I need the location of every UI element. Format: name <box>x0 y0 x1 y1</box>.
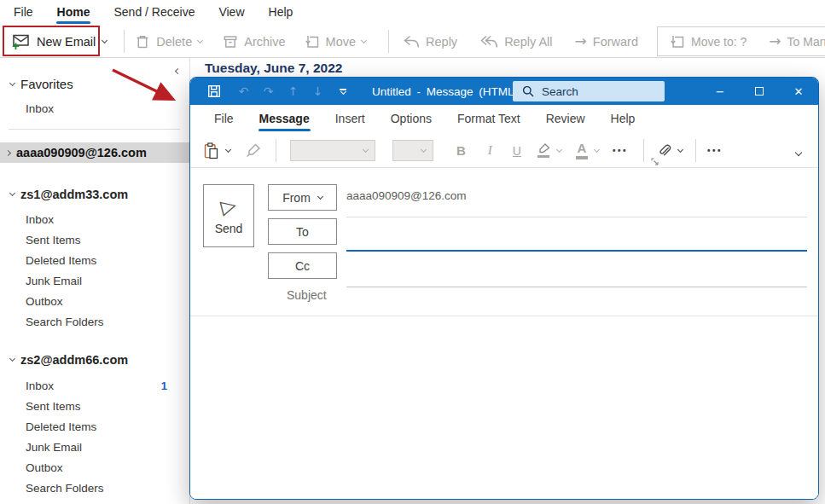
subject-label: Subject <box>287 288 327 309</box>
folder-item-deleted-items[interactable]: Deleted Items <box>26 420 167 432</box>
ribbon: New Email Delete Archive <box>0 26 825 58</box>
message-body-editor[interactable] <box>190 316 818 500</box>
forward-button[interactable]: → Forward <box>575 34 638 49</box>
subject-field[interactable]: Subject <box>268 288 807 309</box>
reply-button[interactable]: Reply <box>403 35 457 49</box>
to-manager-label: To Manager <box>787 35 825 49</box>
folder-item-junk-email[interactable]: Junk Email <box>26 441 167 453</box>
account-email: aaaa090909@126.com <box>16 146 147 159</box>
folder-item-junk-email[interactable]: Junk Email <box>26 275 167 287</box>
account-header-3[interactable]: zs2@addm66.com <box>10 353 189 367</box>
chevron-down-icon <box>421 146 427 152</box>
chevron-down-icon <box>317 193 323 199</box>
menu-send-receive[interactable]: Send / Receive <box>102 0 206 26</box>
more-formatting-options-button[interactable]: ••• <box>613 146 628 155</box>
font-name-select[interactable] <box>290 140 375 161</box>
chevron-down-icon <box>225 146 231 152</box>
collapse-ribbon-button[interactable] <box>796 143 801 159</box>
cc-button[interactable]: Cc <box>268 252 337 279</box>
chevron-right-icon <box>5 149 11 155</box>
account-header-2[interactable]: zs1@addm33.com <box>10 188 189 201</box>
favorites-inbox[interactable]: Inbox <box>26 102 189 115</box>
to-button[interactable]: To <box>268 218 337 245</box>
folder-item-outbox[interactable]: Outbox <box>26 295 167 307</box>
account-email: zs1@addm33.com <box>20 188 128 201</box>
maximize-button[interactable] <box>740 78 779 105</box>
delete-button[interactable]: Delete <box>135 34 202 49</box>
quick-step-move-to[interactable]: Move to: ? <box>670 34 747 49</box>
account-header-1[interactable]: aaaa090909@126.com <box>0 142 189 163</box>
dialog-launcher-icon[interactable] <box>651 158 659 165</box>
forward-arrow-icon: → <box>769 34 781 49</box>
undo-button[interactable]: ↶ <box>231 85 256 97</box>
more-commands-button[interactable]: ••• <box>707 146 723 155</box>
folder-label: Search Folders <box>26 316 104 328</box>
new-email-button[interactable]: New Email <box>6 26 115 58</box>
paste-button[interactable] <box>203 142 230 159</box>
archive-button[interactable]: Archive <box>223 34 285 49</box>
folder-item-search-folders[interactable]: Search Folders <box>26 482 167 494</box>
search-box[interactable]: Search <box>513 81 665 101</box>
font-size-select[interactable] <box>392 140 433 161</box>
menu-home[interactable]: Home <box>45 0 102 26</box>
tab-format-text[interactable]: Format Text <box>444 105 533 134</box>
to-input-underline[interactable] <box>346 250 807 252</box>
bold-button[interactable]: B <box>456 144 466 157</box>
move-to-label: Move to: ? <box>691 35 747 49</box>
save-button[interactable] <box>207 84 221 98</box>
move-down-button[interactable]: ↓ <box>305 85 330 97</box>
folder-item-sent-items[interactable]: Sent Items <box>26 234 167 246</box>
font-color-button[interactable]: A <box>576 142 599 159</box>
folder-item-search-folders[interactable]: Search Folders <box>26 316 167 327</box>
minimize-button[interactable]: − <box>700 78 740 105</box>
collapse-folder-pane-button[interactable] <box>171 65 183 77</box>
header-body-separator <box>190 316 818 316</box>
paste-clipboard-icon <box>203 142 219 159</box>
toolbar-divider <box>695 139 696 162</box>
highlight-color-button[interactable] <box>537 143 561 159</box>
underline-button[interactable]: U <box>513 145 521 157</box>
menu-help[interactable]: Help <box>257 0 305 26</box>
forward-arrow-icon: → <box>575 34 587 49</box>
compose-title-bar: ↶ ↷ ↑ ↓ Untitled - Message (HTML) Search <box>190 78 818 105</box>
menu-view[interactable]: View <box>206 0 256 26</box>
folder-item-sent-items[interactable]: Sent Items <box>26 400 167 412</box>
move-up-button[interactable]: ↑ <box>281 85 305 97</box>
from-label: From <box>282 191 311 205</box>
folder-item-inbox[interactable]: Inbox <box>26 213 167 225</box>
customize-quick-access-toolbar-button[interactable] <box>334 89 351 94</box>
menu-file[interactable]: File <box>2 0 45 26</box>
favorites-header[interactable]: Favorites <box>10 77 189 91</box>
italic-button[interactable]: I <box>488 144 492 157</box>
quick-step-to-manager[interactable]: → To Manager <box>769 34 825 49</box>
folder-label: Deleted Items <box>26 420 96 433</box>
folder-label: Deleted Items <box>26 254 96 267</box>
tab-options[interactable]: Options <box>378 105 444 134</box>
folder-label: Inbox <box>26 379 54 392</box>
reply-arrow-icon <box>403 35 420 49</box>
from-button[interactable]: From <box>268 184 337 211</box>
tab-insert[interactable]: Insert <box>322 105 378 134</box>
paperclip-icon <box>657 143 671 158</box>
chevron-down-icon <box>102 37 107 43</box>
tab-message[interactable]: Message <box>247 105 322 134</box>
send-button[interactable]: ▷ Send <box>203 184 254 247</box>
tab-review[interactable]: Review <box>533 105 598 134</box>
tab-help[interactable]: Help <box>598 105 648 134</box>
search-placeholder: Search <box>542 85 578 98</box>
chevron-down-icon <box>795 148 802 155</box>
move-button[interactable]: Move <box>305 34 366 49</box>
redo-button[interactable]: ↷ <box>256 85 281 97</box>
cc-input-underline[interactable] <box>346 287 807 287</box>
folder-item-deleted-items[interactable]: Deleted Items <box>26 254 167 266</box>
archive-icon <box>223 34 238 49</box>
chevron-down-icon <box>363 146 369 152</box>
tab-file[interactable]: File <box>201 105 247 134</box>
attach-file-button[interactable] <box>657 143 683 158</box>
close-button[interactable]: ✕ <box>779 78 818 105</box>
folder-item-inbox[interactable]: Inbox 1 <box>26 379 167 391</box>
folder-item-outbox[interactable]: Outbox <box>26 461 167 473</box>
format-painter-button[interactable] <box>246 143 262 158</box>
chevron-down-icon <box>677 146 683 152</box>
reply-all-button[interactable]: Reply All <box>480 35 552 49</box>
